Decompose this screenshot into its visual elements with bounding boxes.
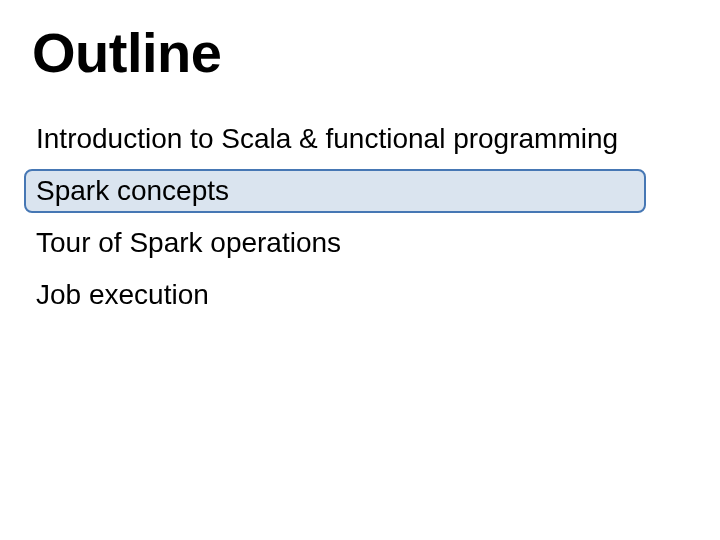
- outline-list: Introduction to Scala & functional progr…: [32, 113, 688, 321]
- outline-item: Introduction to Scala & functional progr…: [32, 113, 688, 165]
- outline-item: Spark concepts: [32, 165, 688, 217]
- slide-title: Outline: [32, 20, 688, 85]
- outline-item: Tour of Spark operations: [32, 217, 688, 269]
- outline-item-label: Tour of Spark operations: [36, 227, 341, 258]
- outline-item-label: Job execution: [36, 279, 209, 310]
- outline-item: Job execution: [32, 269, 688, 321]
- outline-item-label: Introduction to Scala & functional progr…: [36, 123, 618, 154]
- slide: Outline Introduction to Scala & function…: [0, 0, 720, 341]
- outline-item-label: Spark concepts: [36, 175, 229, 206]
